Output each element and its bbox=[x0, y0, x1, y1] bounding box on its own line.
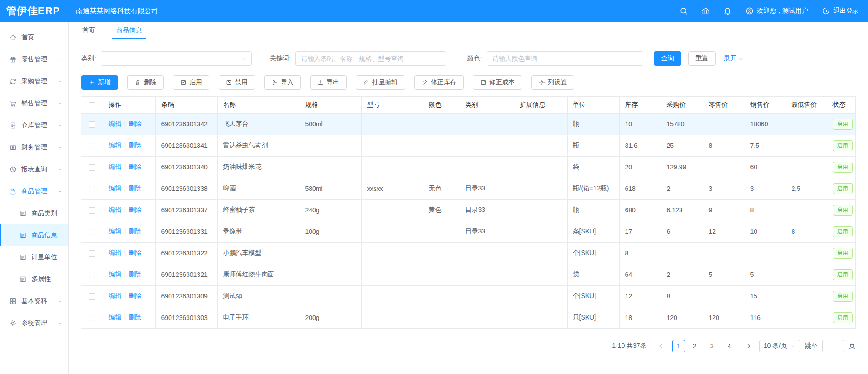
status-cell: 启用 bbox=[827, 178, 855, 200]
cell-name: 电子手环 bbox=[217, 307, 300, 329]
column-header: 规格 bbox=[300, 97, 361, 114]
sidebar-item-basic-data[interactable]: 基本资料 bbox=[0, 290, 68, 312]
delete-button[interactable]: 删除 bbox=[127, 75, 164, 90]
page-size-select[interactable]: 10 条/页 bbox=[759, 340, 800, 352]
edit-link[interactable]: 编辑 bbox=[109, 141, 122, 149]
sidebar-item-units[interactable]: 计量单位 bbox=[0, 246, 68, 268]
fix-cost-button[interactable]: 修正成本 bbox=[473, 75, 522, 90]
cell-unit: 瓶 bbox=[567, 135, 619, 157]
edit-link[interactable]: 编辑 bbox=[109, 249, 122, 256]
enable-button[interactable]: 启用 bbox=[173, 75, 209, 90]
fix-stock-button[interactable]: 修正库存 bbox=[414, 75, 464, 90]
ops-cell: 编辑|删除 bbox=[103, 243, 155, 264]
keyword-input[interactable] bbox=[295, 51, 446, 66]
trash-icon bbox=[134, 79, 141, 86]
row-checkbox[interactable] bbox=[89, 143, 95, 149]
sidebar-item-goods-category[interactable]: 商品类别 bbox=[0, 202, 68, 224]
cell-purchase bbox=[661, 243, 703, 264]
column-settings-button[interactable]: 列设置 bbox=[531, 75, 574, 90]
checkbox-cell bbox=[81, 264, 103, 286]
expand-link[interactable]: 展开 bbox=[724, 54, 744, 63]
delete-link[interactable]: 删除 bbox=[129, 206, 141, 213]
export-button[interactable]: 导出 bbox=[310, 75, 347, 90]
add-button[interactable]: 新增 bbox=[81, 75, 118, 90]
delete-link[interactable]: 删除 bbox=[129, 141, 141, 149]
prev-page-button[interactable] bbox=[655, 340, 667, 352]
edit-link[interactable]: 编辑 bbox=[109, 120, 122, 127]
row-checkbox[interactable] bbox=[89, 164, 95, 171]
batch-edit-button[interactable]: 批量编辑 bbox=[356, 75, 405, 90]
row-checkbox[interactable] bbox=[89, 229, 95, 235]
next-page-button[interactable] bbox=[743, 340, 755, 352]
user-menu[interactable]: 欢迎您，测试用户 bbox=[745, 7, 808, 15]
cell-purchase: 15780 bbox=[661, 114, 703, 135]
delete-link[interactable]: 删除 bbox=[129, 184, 141, 192]
row-checkbox[interactable] bbox=[89, 250, 95, 257]
sidebar-item-goods[interactable]: 商品管理 bbox=[0, 180, 68, 202]
sidebar-item-retail[interactable]: 零售管理 bbox=[0, 49, 68, 70]
platform-icon[interactable] bbox=[702, 7, 710, 15]
row-checkbox[interactable] bbox=[89, 293, 95, 300]
sidebar-item-home[interactable]: 首页 bbox=[0, 27, 68, 49]
cell-retail bbox=[703, 286, 745, 307]
column-header: 单位 bbox=[567, 97, 619, 114]
sidebar-item-goods-info[interactable]: 商品信息 bbox=[0, 224, 68, 246]
reset-button[interactable]: 重置 bbox=[688, 51, 716, 66]
delete-link[interactable]: 删除 bbox=[129, 249, 141, 256]
tab-home[interactable]: 首页 bbox=[82, 22, 95, 39]
sidebar-item-sales[interactable]: 销售管理 bbox=[0, 92, 68, 114]
cell-spec: 100g bbox=[300, 221, 361, 243]
row-checkbox[interactable] bbox=[89, 121, 95, 128]
edit-link[interactable]: 编辑 bbox=[109, 163, 122, 170]
delete-link[interactable]: 删除 bbox=[129, 292, 141, 299]
sidebar-item-purchase[interactable]: 采购管理 bbox=[0, 70, 68, 92]
search-icon[interactable] bbox=[680, 7, 688, 15]
home-icon bbox=[9, 34, 16, 41]
page-1[interactable]: 1 bbox=[672, 340, 685, 352]
column-header: 操作 bbox=[103, 97, 155, 114]
delete-link[interactable]: 删除 bbox=[129, 314, 141, 321]
edit-link[interactable]: 编辑 bbox=[109, 206, 122, 213]
notifications-icon[interactable] bbox=[723, 7, 732, 15]
delete-link[interactable]: 删除 bbox=[129, 120, 141, 127]
cell-ext bbox=[514, 157, 567, 178]
page-2[interactable]: 2 bbox=[688, 340, 701, 352]
category-select[interactable] bbox=[101, 51, 252, 66]
color-input[interactable] bbox=[487, 51, 643, 66]
ops-separator: | bbox=[124, 120, 126, 127]
search-button[interactable]: 查询 bbox=[654, 51, 681, 66]
row-checkbox[interactable] bbox=[89, 272, 95, 278]
delete-link[interactable]: 删除 bbox=[129, 228, 141, 235]
sidebar-item-finance[interactable]: 财务管理 bbox=[0, 136, 68, 158]
delete-link[interactable]: 删除 bbox=[129, 271, 141, 278]
sidebar-item-attributes[interactable]: 多属性 bbox=[0, 268, 68, 290]
filter-bar: 类别: 关键词: 颜色: 查询 重置 展开 bbox=[81, 51, 855, 66]
cell-spec bbox=[300, 135, 361, 157]
row-checkbox[interactable] bbox=[89, 207, 95, 214]
import-button[interactable]: 导入 bbox=[264, 75, 301, 90]
disable-button[interactable]: 禁用 bbox=[219, 75, 255, 90]
page-4[interactable]: 4 bbox=[723, 340, 736, 352]
edit-link[interactable]: 编辑 bbox=[109, 314, 122, 321]
page-3[interactable]: 3 bbox=[706, 340, 718, 352]
cell-sale: 18060 bbox=[745, 114, 786, 135]
cell-ext bbox=[514, 200, 567, 221]
row-checkbox[interactable] bbox=[89, 315, 95, 321]
edit-link[interactable]: 编辑 bbox=[109, 271, 122, 278]
sidebar-item-reports[interactable]: 报表查询 bbox=[0, 158, 68, 180]
logout-button[interactable]: 退出登录 bbox=[822, 7, 859, 15]
header-checkbox[interactable] bbox=[89, 102, 95, 108]
cell-name: 小鹏汽车模型 bbox=[217, 243, 300, 264]
row-checkbox[interactable] bbox=[89, 186, 95, 192]
edit-link[interactable]: 编辑 bbox=[109, 228, 122, 235]
sidebar-item-warehouse[interactable]: 仓库管理 bbox=[0, 114, 68, 136]
sidebar-item-label: 商品管理 bbox=[21, 187, 47, 195]
edit-link[interactable]: 编辑 bbox=[109, 292, 122, 299]
sidebar-item-system[interactable]: 系统管理 bbox=[0, 312, 68, 334]
button-label: 新增 bbox=[98, 78, 111, 87]
edit-link[interactable]: 编辑 bbox=[109, 184, 122, 192]
delete-link[interactable]: 删除 bbox=[129, 163, 141, 170]
tab-goods-info[interactable]: 商品信息 bbox=[116, 22, 142, 39]
jump-page-input[interactable] bbox=[822, 340, 844, 352]
table-row: 编辑|删除6901236301337蜂蜜柚子茶240g黄色目录33瓶6806.1… bbox=[81, 200, 855, 221]
